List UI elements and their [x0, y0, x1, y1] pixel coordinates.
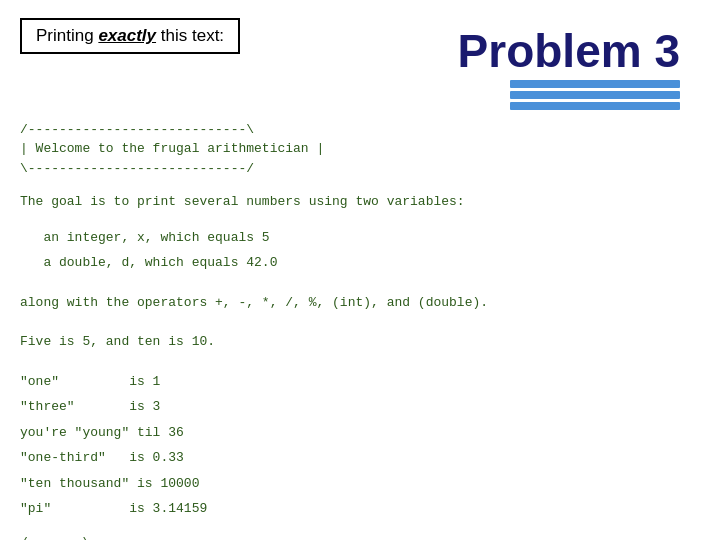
deco-line-1 [510, 80, 680, 88]
table-row: you're "young" til 36 [20, 423, 700, 443]
table-row: "one" is 1 [20, 372, 700, 392]
table-row: "three" is 3 [20, 397, 700, 417]
title-italic: exactly [98, 26, 156, 45]
table-row: "ten thousand" is 10000 [20, 474, 700, 494]
var2-line: a double, d, which equals 42.0 [20, 253, 700, 273]
problem-title: Problem 3 [458, 26, 680, 77]
welcome-box-bot: \----------------------------/ [20, 159, 700, 179]
table-row: "pi" is 3.14159 [20, 499, 700, 519]
operators-line: along with the operators +, -, *, /, %, … [20, 293, 700, 313]
title-box: Printing exactly this text: [20, 18, 240, 54]
table-rows: "one" is 1 "three" is 3 you're "young" t… [20, 372, 700, 519]
welcome-box-top: /----------------------------\ [20, 120, 700, 140]
welcome-box-mid: | Welcome to the frugal arithmetician | [20, 139, 700, 159]
bye-box-top: /-------\ [20, 533, 700, 540]
var1-line: an integer, x, which equals 5 [20, 228, 700, 248]
goal-line: The goal is to print several numbers usi… [20, 192, 700, 212]
deco-line-3 [510, 102, 680, 110]
five-ten-line: Five is 5, and ten is 10. [20, 332, 700, 352]
deco-line-2 [510, 91, 680, 99]
table-row: "one-third" is 0.33 [20, 448, 700, 468]
title-prefix: Printing [36, 26, 98, 45]
title-suffix: this text: [156, 26, 224, 45]
